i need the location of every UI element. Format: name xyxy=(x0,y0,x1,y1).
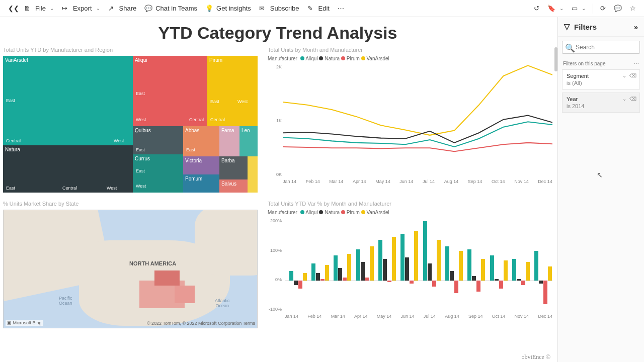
tree-tile[interactable]: Pomum xyxy=(183,174,219,193)
filter-card-year[interactable]: Year is 2014 ⌄⌫ xyxy=(562,93,640,113)
filter-card-segment[interactable]: Segment is (All) ⌄⌫ xyxy=(562,69,640,89)
tree-tile[interactable]: Leo xyxy=(239,126,258,156)
bookmark-menu[interactable]: 🔖⌄ xyxy=(543,3,568,14)
clear-filter-icon[interactable]: ⌫ xyxy=(629,73,636,78)
back-button[interactable]: ❮❮ xyxy=(4,3,20,15)
map-label-pacific: Pacific Ocean xyxy=(59,296,72,306)
line-legend: Manufacturer Aliqui Natura Pirum VanArsd… xyxy=(268,56,552,61)
clear-filter-icon[interactable]: ⌫ xyxy=(629,96,636,102)
app-toolbar: ❮❮ 🗎File⌄ ↦Export⌄ ↗Share 💬Chat in Teams… xyxy=(0,0,644,17)
refresh-button[interactable]: ⟳ xyxy=(596,3,610,14)
filters-section-more[interactable]: ⋯ xyxy=(634,61,639,66)
insights-label: Get insights xyxy=(216,5,251,12)
line-chart-visual[interactable]: Total Units by Month and Manufacturer Ma… xyxy=(268,47,552,194)
bar-legend: Manufacturer Aliqui Natura Pirum VanArsd… xyxy=(268,210,552,215)
page-title: YTD Category Trend Analysis xyxy=(3,23,552,43)
filter-icon: ▽ xyxy=(564,22,570,31)
comment-button[interactable]: 💬 xyxy=(610,3,626,14)
filters-pane: ▽ Filters » 🔍 Filters on this page ⋯ Seg… xyxy=(557,17,644,362)
insights-button[interactable]: 💡Get insights xyxy=(201,3,255,15)
legend-label: Manufacturer xyxy=(268,56,297,61)
filters-header: Filters xyxy=(574,23,597,31)
subscribe-label: Subscribe xyxy=(270,5,299,12)
filter-value: is (All) xyxy=(567,80,635,86)
view-menu[interactable]: ▭⌄ xyxy=(568,3,590,14)
bing-logo: ▣ Microsoft Bing xyxy=(6,320,43,326)
export-label: Export xyxy=(73,5,92,12)
tree-tile[interactable]: Barba xyxy=(219,156,248,179)
export-menu[interactable]: ↦Export⌄ xyxy=(58,3,104,15)
share-label: Share xyxy=(119,5,137,12)
bar-title: Total Units YTD Var % by Month and Manuf… xyxy=(268,201,552,207)
line-title: Total Units by Month and Manufacturer xyxy=(268,47,552,53)
chevron-down-icon[interactable]: ⌄ xyxy=(622,73,626,78)
treemap-visual[interactable]: Total Units YTD by Manufacturer and Regi… xyxy=(3,47,258,194)
reset-button[interactable]: ↺ xyxy=(530,3,543,14)
collapse-pane-button[interactable]: » xyxy=(634,23,638,31)
map-visual[interactable]: % Units Market Share by State NORTH AMER… xyxy=(3,201,258,331)
tree-tile[interactable]: NaturaEastCentralWest xyxy=(3,145,133,193)
chevron-down-icon[interactable]: ⌄ xyxy=(622,96,626,102)
more-menu[interactable]: ⋯ xyxy=(334,3,348,14)
tree-tile[interactable] xyxy=(248,156,258,193)
tree-tile[interactable]: Fama xyxy=(219,126,239,156)
search-icon: 🔍 xyxy=(565,43,575,53)
file-label: File xyxy=(35,5,46,12)
footer-credit: obviEnce © xyxy=(522,353,550,361)
tree-tile[interactable]: Victoria xyxy=(183,156,219,174)
map-title: % Units Market Share by State xyxy=(3,201,258,207)
tree-tile[interactable]: VanArsdelEastCentralWest xyxy=(3,56,133,145)
edit-button[interactable]: ✎Edit xyxy=(303,3,334,15)
legend-label: Manufacturer xyxy=(268,210,297,215)
tree-tile[interactable]: AliquiEastWestCentral xyxy=(133,56,207,126)
bar-chart-visual[interactable]: Total Units YTD Var % by Month and Manuf… xyxy=(268,201,552,331)
file-menu[interactable]: 🗎File⌄ xyxy=(20,3,58,15)
subscribe-button[interactable]: ✉Subscribe xyxy=(255,3,303,15)
favorite-button[interactable]: ☆ xyxy=(626,3,640,14)
map-credits: © 2022 TomTom, © 2022 Microsoft Corporat… xyxy=(147,321,255,326)
share-button[interactable]: ↗Share xyxy=(104,3,141,15)
map-label-atlantic: Atlantic Ocean xyxy=(215,298,230,308)
filters-section-label: Filters on this page xyxy=(563,61,606,66)
teams-button[interactable]: 💬Chat in Teams xyxy=(140,3,201,15)
tree-tile[interactable]: PirumEastWestCentral xyxy=(207,56,258,126)
tree-tile[interactable]: QuibusEast xyxy=(133,126,183,154)
tree-tile[interactable]: Salvus xyxy=(219,179,248,193)
edit-label: Edit xyxy=(318,5,330,12)
filter-value: is 2014 xyxy=(567,103,635,109)
teams-label: Chat in Teams xyxy=(155,5,197,12)
scrollbar-thumb[interactable] xyxy=(554,47,557,71)
report-canvas: YTD Category Trend Analysis Total Units … xyxy=(0,17,557,362)
tree-tile[interactable]: CurrusEastWest xyxy=(133,154,183,193)
tree-tile[interactable]: AbbasEast xyxy=(183,126,219,156)
treemap-title: Total Units YTD by Manufacturer and Regi… xyxy=(3,47,258,53)
map-label-na: NORTH AMERICA xyxy=(129,260,176,266)
